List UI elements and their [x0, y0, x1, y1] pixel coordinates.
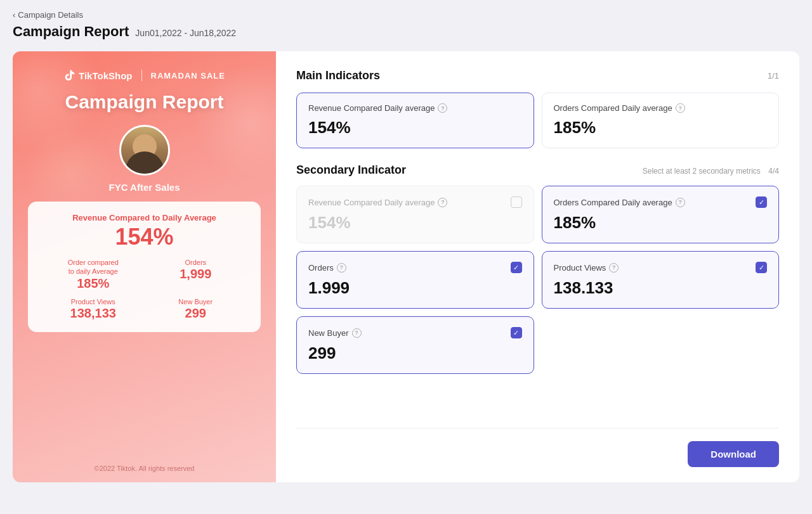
back-link[interactable]: ‹ Campaign Details: [13, 10, 799, 20]
secondary-label-orders-daily: Orders Compared Daily average ?: [554, 198, 685, 207]
checkbox-product-views[interactable]: ✓: [756, 262, 767, 273]
stat-item-new-buyer: New Buyer 299: [145, 297, 247, 321]
help-icon-orders-daily[interactable]: ?: [676, 103, 685, 113]
main-indicator-orders[interactable]: Orders Compared Daily average ? 185%: [542, 93, 780, 148]
secondary-card-product-views[interactable]: Product Views ? ✓ 138.133: [542, 251, 780, 309]
help-icon-sec-product-views[interactable]: ?: [609, 263, 619, 273]
secondary-card-revenue-header: Revenue Compared Daily average ?: [308, 196, 522, 208]
main-indicator-orders-label: Orders Compared Daily average ?: [554, 103, 685, 113]
main-indicator-revenue-header: Revenue Compared Daily average ?: [308, 103, 522, 113]
secondary-count: 4/4: [768, 167, 779, 176]
checkbox-orders-daily[interactable]: ✓: [756, 196, 767, 208]
secondary-card-product-views-header: Product Views ? ✓: [554, 262, 768, 273]
page-date-range: Jun01,2022 - Jun18,2022: [135, 28, 236, 38]
help-icon-sec-orders-daily[interactable]: ?: [676, 198, 685, 207]
help-icon-sec-new-buyer[interactable]: ?: [352, 328, 362, 338]
secondary-value-product-views: 138.133: [554, 278, 768, 298]
stat-item-orders: Orders 1,999: [145, 258, 247, 291]
secondary-card-new-buyer-header: New Buyer ? ✓: [308, 327, 522, 338]
secondary-label-product-views: Product Views ?: [554, 263, 619, 273]
campaign-panel: TikTokShop RAMADAN SALE Campaign Report …: [13, 51, 276, 482]
stats-card-title: Revenue Compared to Daily Average: [42, 213, 247, 222]
page-title: Campaign Report: [13, 23, 129, 40]
secondary-value-new-buyer: 299: [308, 344, 522, 363]
main-indicators-page: 1/1: [768, 71, 779, 80]
stats-card: Revenue Compared to Daily Average 154% O…: [28, 202, 261, 332]
help-icon-sec-orders[interactable]: ?: [337, 263, 346, 273]
stat-item-product-views: Product Views 138,133: [42, 297, 145, 321]
campaign-brand-row: TikTokShop RAMADAN SALE: [63, 69, 225, 82]
secondary-label-revenue: Revenue Compared Daily average ?: [308, 198, 447, 207]
tiktok-icon: [63, 69, 76, 82]
stat-value-product-views: 138,133: [70, 306, 116, 321]
tiktokshop-label: TikTokShop: [79, 70, 132, 81]
stats-grid: Order comparedto daily Average 185% Orde…: [42, 258, 247, 321]
secondary-label-new-buyer: New Buyer ?: [308, 328, 362, 338]
avatar: [119, 125, 170, 176]
stat-label-product-views: Product Views: [71, 297, 115, 306]
download-button[interactable]: Download: [688, 441, 779, 467]
secondary-card-new-buyer[interactable]: New Buyer ? ✓ 299: [296, 316, 534, 374]
stat-label-orders: Orders: [185, 258, 206, 267]
main-indicators-title: Main Indicators: [296, 69, 380, 82]
secondary-card-orders-daily[interactable]: Orders Compared Daily average ? ✓ 185%: [542, 186, 780, 243]
checkbox-revenue[interactable]: [511, 196, 522, 208]
brand-divider: [141, 70, 142, 81]
stat-value-order-avg: 185%: [77, 276, 109, 291]
chevron-left-icon: ‹: [13, 10, 15, 20]
sale-label: RAMADAN SALE: [151, 71, 225, 80]
secondary-indicator-meta: Select at least 2 secondary metrics 4/4: [643, 165, 779, 176]
main-indicator-orders-value: 185%: [554, 118, 768, 138]
indicators-panel: Main Indicators 1/1 Revenue Compared Dai…: [276, 51, 799, 482]
secondary-indicator-header: Secondary Indicator Select at least 2 se…: [296, 164, 779, 177]
secondary-value-orders-daily: 185%: [554, 213, 768, 233]
secondary-card-revenue[interactable]: Revenue Compared Daily average ? 154%: [296, 186, 534, 243]
main-indicator-orders-header: Orders Compared Daily average ?: [554, 103, 768, 113]
checkbox-new-buyer[interactable]: ✓: [511, 327, 522, 338]
bottom-bar: Download: [296, 428, 779, 467]
main-indicators-grid: Revenue Compared Daily average ? 154% Or…: [296, 93, 779, 148]
main-indicator-revenue-value: 154%: [308, 118, 522, 138]
help-icon-revenue[interactable]: ?: [438, 103, 447, 113]
main-card: TikTokShop RAMADAN SALE Campaign Report …: [13, 51, 799, 482]
secondary-value-orders: 1.999: [308, 278, 522, 298]
stat-label-new-buyer: New Buyer: [178, 297, 213, 306]
secondary-card-orders-daily-header: Orders Compared Daily average ? ✓: [554, 196, 768, 208]
help-icon-sec-revenue[interactable]: ?: [438, 198, 447, 207]
secondary-card-orders[interactable]: Orders ? ✓ 1.999: [296, 251, 534, 309]
checkbox-orders[interactable]: ✓: [511, 262, 522, 273]
secondary-indicator-title: Secondary Indicator: [296, 164, 406, 177]
main-indicator-revenue-label: Revenue Compared Daily average ?: [308, 103, 447, 113]
campaign-footer: ©2022 Tiktok. All rights reserved: [95, 456, 195, 482]
main-indicator-revenue[interactable]: Revenue Compared Daily average ? 154%: [296, 93, 534, 148]
secondary-value-revenue: 154%: [308, 213, 522, 233]
stat-item-order-avg: Order comparedto daily Average 185%: [42, 258, 145, 291]
secondary-card-orders-header: Orders ? ✓: [308, 262, 522, 273]
page-header: Campaign Report Jun01,2022 - Jun18,2022: [13, 23, 799, 40]
avatar-image: [121, 127, 168, 174]
stat-value-orders: 1,999: [180, 267, 211, 281]
secondary-label-orders: Orders ?: [308, 263, 346, 273]
tiktok-logo: TikTokShop: [63, 69, 132, 82]
stats-card-percent: 154%: [42, 224, 247, 250]
secondary-hint: Select at least 2 secondary metrics: [643, 167, 761, 176]
main-indicators-header: Main Indicators 1/1: [296, 69, 779, 82]
influencer-name: FYC After Sales: [109, 182, 180, 193]
back-link-label: Campaign Details: [18, 10, 83, 20]
secondary-indicators-grid: Revenue Compared Daily average ? 154% Or…: [296, 186, 779, 374]
stat-label-order-avg: Order comparedto daily Average: [68, 258, 119, 276]
stat-value-new-buyer: 299: [185, 306, 206, 321]
campaign-title: Campaign Report: [65, 91, 223, 113]
